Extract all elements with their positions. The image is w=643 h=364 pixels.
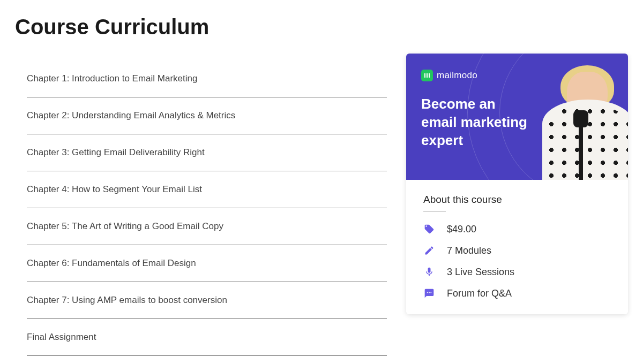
chapter-list: Chapter 1: Introduction to Email Marketi… <box>15 60 387 356</box>
tag-icon <box>423 223 435 235</box>
course-card: mailmodo Become an email marketing exper… <box>406 54 628 314</box>
chapter-item[interactable]: Chapter 3: Getting Email Deliverability … <box>27 134 387 171</box>
info-text: $49.00 <box>447 224 476 235</box>
info-item-price: $49.00 <box>423 223 611 235</box>
chapter-item[interactable]: Chapter 1: Introduction to Email Marketi… <box>27 60 387 97</box>
mic-icon <box>423 266 435 278</box>
divider <box>423 211 446 211</box>
instructor-portrait <box>532 62 628 180</box>
course-hero: mailmodo Become an email marketing exper… <box>406 54 628 180</box>
chapter-item[interactable]: Chapter 5: The Art of Writing a Good Ema… <box>27 208 387 245</box>
info-text: Forum for Q&A <box>447 288 512 299</box>
microphone-icon <box>579 121 583 180</box>
logo-icon <box>421 70 433 81</box>
info-list: $49.00 7 Modules 3 Live Sessions <box>423 223 611 299</box>
info-item-modules: 7 Modules <box>423 245 611 256</box>
info-text: 3 Live Sessions <box>447 267 514 278</box>
course-info: About this course $49.00 7 Modules <box>406 180 628 314</box>
course-sidebar: mailmodo Become an email marketing exper… <box>406 54 628 356</box>
chapter-item[interactable]: Chapter 2: Understanding Email Analytics… <box>27 97 387 134</box>
chapter-item[interactable]: Final Assignment <box>27 319 387 356</box>
edit-icon <box>423 245 435 256</box>
svg-rect-2 <box>429 73 430 78</box>
info-item-sessions: 3 Live Sessions <box>423 266 611 278</box>
page-title: Course Curriculum <box>15 15 387 39</box>
about-heading: About this course <box>423 194 611 206</box>
svg-rect-1 <box>427 73 428 78</box>
info-text: 7 Modules <box>447 245 491 256</box>
chapter-item[interactable]: Chapter 7: Using AMP emails to boost con… <box>27 282 387 319</box>
info-item-forum: Forum for Q&A <box>423 287 611 299</box>
svg-rect-0 <box>424 73 425 78</box>
chat-icon <box>423 287 435 299</box>
chapter-item[interactable]: Chapter 4: How to Segment Your Email Lis… <box>27 171 387 208</box>
chapter-item[interactable]: Chapter 6: Fundamentals of Email Design <box>27 245 387 282</box>
